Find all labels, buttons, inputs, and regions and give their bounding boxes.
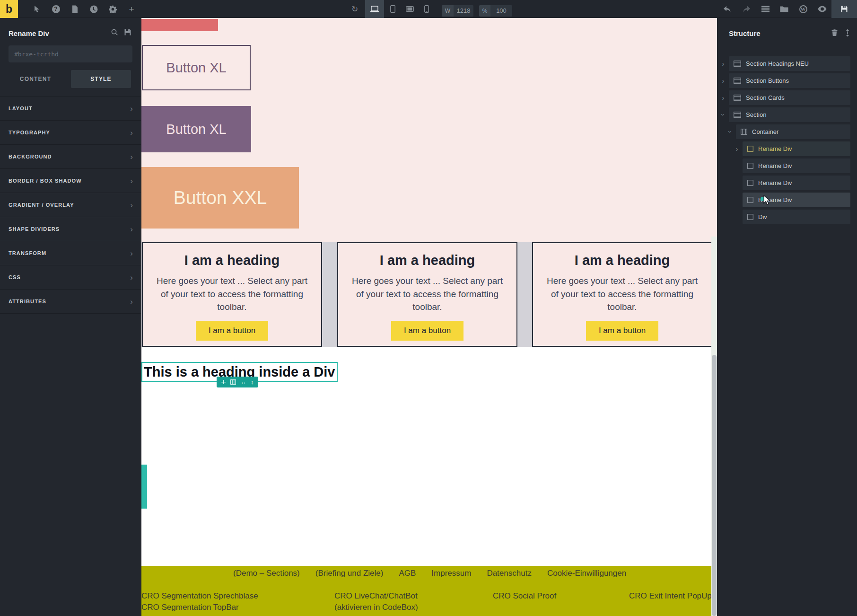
bricks-logo[interactable]: b [0,0,18,18]
chevron-right-icon[interactable]: › [734,145,740,152]
card-heading[interactable]: I am a heading [143,253,321,268]
tree-item-section[interactable]: Section [729,107,850,122]
tab-content[interactable]: CONTENT [0,70,71,88]
scrollbar-thumb[interactable] [712,355,717,616]
width-input[interactable] [454,5,473,17]
footer-column-link[interactable]: CRO Segmentation TopBar [141,602,258,613]
footer-link[interactable]: AGB [399,569,416,578]
device-tablet-landscape-icon[interactable] [401,0,418,18]
history-icon[interactable] [84,0,103,18]
structure-title: Structure [729,29,761,37]
add-icon[interactable]: + [221,378,226,387]
expand-collapse-icon[interactable] [844,29,851,39]
menu-icon[interactable] [756,0,775,18]
help-icon[interactable]: ? [46,0,65,18]
section-icon [734,78,741,84]
footer-link[interactable]: (Demo – Sections) [233,569,300,578]
footer-column-link[interactable]: CRO Segmentation Sprechblase [141,590,258,602]
footer-column-link[interactable]: CRO LiveChat/ChatBot [334,590,418,602]
pointer-icon[interactable] [27,0,46,18]
tree-item-rename-div[interactable]: Rename Div [743,176,850,190]
chevron-right-icon[interactable]: › [720,94,726,101]
tree-item-section-headings-neu[interactable]: Section Headings NEU [729,56,850,71]
selection-edge-indicator [141,465,147,509]
width-field-label: W [442,5,454,17]
tree-item-section-buttons[interactable]: Section Buttons [729,73,850,88]
arrow-horizontal-icon[interactable]: ↔ [240,379,246,385]
footer-column-link[interactable]: CRO Social Proof [493,590,556,602]
card-button[interactable]: I am a button [391,321,463,341]
save-icon[interactable] [124,28,131,38]
chevron-right-icon: › [130,153,133,161]
tree-item-rename-div[interactable]: Rename Div [743,158,850,173]
tab-style[interactable]: STYLE [71,70,131,88]
save-button[interactable] [831,0,857,18]
chevron-right-icon[interactable]: › [720,77,726,84]
chevron-right-icon: › [130,273,133,282]
div-icon [747,214,753,220]
style-section-background[interactable]: BACKGROUND› [0,145,141,169]
style-section-attributes[interactable]: ATTRIBUTES› [0,290,141,314]
canvas-button-xl-outline[interactable]: Button XL [142,45,251,90]
chevron-down-icon[interactable]: › [720,112,727,118]
card-button[interactable]: I am a button [196,321,268,341]
wordpress-icon[interactable]: W [794,0,813,18]
card-body-text[interactable]: Here goes your text ... Select any part … [544,274,700,314]
canvas-scrollbar[interactable] [711,237,717,616]
footer-column-link[interactable]: (aktivieren in CodeBox) [334,602,418,613]
style-section-typography[interactable]: TYPOGRAPHY› [0,121,141,145]
style-section-transform[interactable]: TRANSFORM› [0,241,141,265]
search-icon[interactable] [111,28,118,38]
settings-icon[interactable] [103,0,122,18]
add-icon[interactable]: + [122,0,141,18]
card-heading[interactable]: I am a heading [338,253,516,268]
footer-link[interactable]: Impressum [431,569,471,578]
card-body-text[interactable]: Here goes your text ... Select any part … [154,274,310,314]
redo-icon[interactable] [737,0,756,18]
refresh-icon[interactable]: ↻ [348,0,362,18]
trash-icon[interactable] [831,29,838,38]
footer-link[interactable]: Cookie-Einwilligungen [547,569,626,578]
card-body-text[interactable]: Here goes your text ... Select any part … [350,274,505,314]
section-icon [734,61,741,67]
chevron-down-icon[interactable]: › [727,129,734,135]
device-tablet-icon[interactable] [384,0,401,18]
style-section-layout[interactable]: LAYOUT› [0,97,141,121]
folder-icon[interactable] [775,0,794,18]
style-section-shape-dividers[interactable]: SHAPE DIVIDERS› [0,217,141,241]
footer-column-link[interactable]: CRO Exit Intent PopUp [629,590,712,602]
tree-item-rename-div[interactable]: Rename Div [743,141,850,156]
style-section-border-box-shadow[interactable]: BORDER / BOX SHADOW› [0,169,141,193]
chevron-right-icon[interactable]: › [720,60,726,67]
footer-link[interactable]: (Briefing und Ziele) [315,569,384,578]
toolbar-left-tools: ?+ [27,0,141,18]
zoom-input[interactable] [490,5,512,17]
footer-link[interactable]: Datenschutz [487,569,532,578]
undo-icon[interactable] [718,0,737,18]
page-icon[interactable] [65,0,84,18]
style-section-css[interactable]: CSS› [0,265,141,290]
columns-icon[interactable] [230,379,236,385]
tree-item-div[interactable]: Div [743,210,850,224]
style-section-label: CSS [9,274,21,280]
div-icon [747,180,753,186]
tree-item-section-cards[interactable]: Section Cards [729,90,850,105]
preview-icon[interactable] [813,0,831,18]
css-id-input[interactable] [9,45,132,62]
arrow-vertical-icon[interactable]: ↕ [251,379,254,385]
card-button[interactable]: I am a button [586,321,658,341]
style-section-gradient-overlay[interactable]: GRADIENT / OVERLAY› [0,193,141,217]
bricks-builder-app: b ?+ ↻ W % W Rename Div CONTENTSTYLE LAY… [0,0,857,616]
device-desktop-icon[interactable] [365,0,384,18]
tree-item-rename-div[interactable]: Rename Div [743,193,850,207]
editor-canvas: Button XL Button XL Button XXL I am a he… [141,18,717,616]
red-divider-element[interactable] [141,19,218,31]
chevron-right-icon: › [130,201,133,209]
canvas-button-xl-filled[interactable]: Button XL [141,106,251,152]
style-section-label: ATTRIBUTES [9,299,46,304]
card-heading[interactable]: I am a heading [533,253,711,268]
canvas-button-xxl[interactable]: Button XXL [141,167,299,229]
tree-item-container[interactable]: Container [736,124,850,139]
div-icon [747,197,753,203]
device-mobile-icon[interactable] [418,0,435,18]
